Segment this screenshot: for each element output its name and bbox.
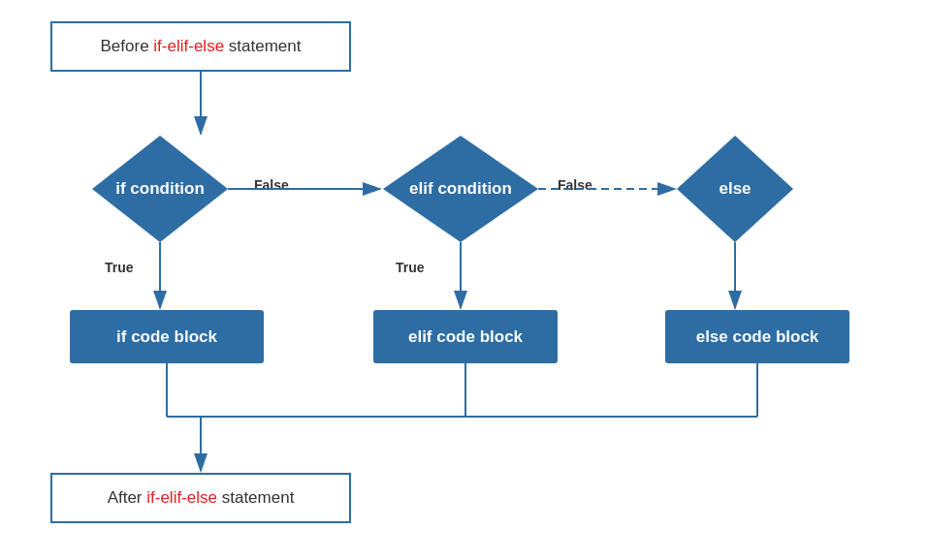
- false-label-2: False: [558, 177, 592, 193]
- true-label-1: True: [105, 260, 134, 275]
- if-condition-diamond: if condition: [92, 136, 228, 242]
- elif-condition-diamond: elif condition: [383, 136, 538, 242]
- elif-code-label: elif code block: [408, 327, 523, 347]
- else-code-label: else code block: [696, 327, 819, 347]
- flowchart: Before if-elif-else statement if conditi…: [0, 0, 928, 560]
- else-diamond: else: [677, 136, 793, 242]
- false-label-1: False: [254, 177, 289, 193]
- after-highlight: if-elif-else: [146, 488, 217, 507]
- after-statement: After if-elif-else statement: [50, 473, 351, 523]
- before-highlight: if-elif-else: [153, 37, 224, 55]
- before-text: Before if-elif-else statement: [101, 37, 302, 56]
- else-label: else: [719, 179, 751, 199]
- if-code-block: if code block: [70, 310, 264, 363]
- if-condition-label: if condition: [115, 179, 205, 199]
- if-code-label: if code block: [116, 327, 217, 347]
- else-code-block: else code block: [665, 310, 849, 363]
- elif-code-block: elif code block: [373, 310, 558, 363]
- true-label-2: True: [396, 260, 425, 275]
- after-text: After if-elif-else statement: [108, 488, 295, 508]
- before-statement: Before if-elif-else statement: [50, 21, 351, 72]
- elif-condition-label: elif condition: [409, 179, 512, 199]
